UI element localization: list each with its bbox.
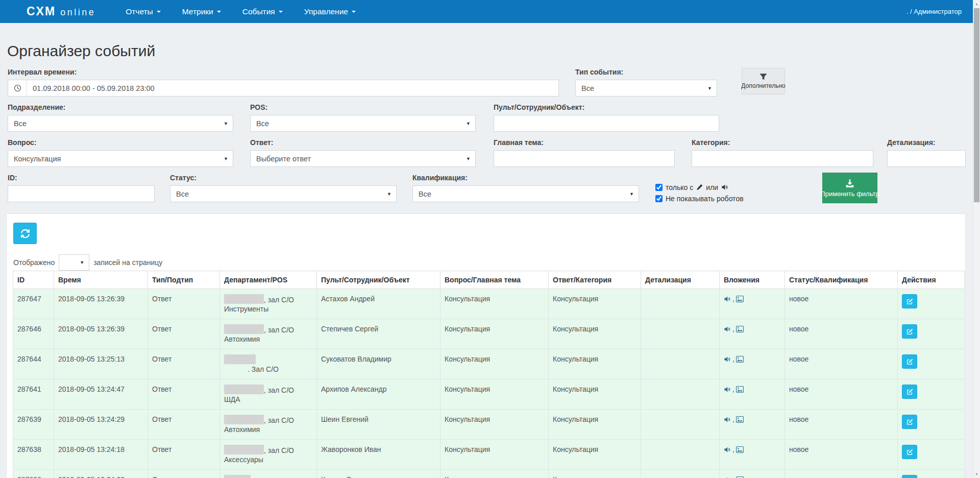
edit-button[interactable] (902, 475, 917, 478)
edit-button[interactable] (902, 415, 917, 429)
event-time: 2018-09-05 13:24:03 (58, 475, 125, 478)
image-attachment-icon[interactable] (736, 296, 744, 302)
event-time: 2018-09-05 13:24:18 (58, 445, 125, 453)
answer-select[interactable]: Выберите ответ ▼ (250, 150, 476, 167)
hide-robots-checkbox[interactable] (655, 195, 663, 202)
cell-type: Ответ (148, 440, 220, 470)
volume-icon (721, 184, 728, 190)
audio-attachment-icon[interactable] (724, 386, 731, 393)
menu-item-reports[interactable]: Отчеты (115, 0, 172, 23)
current-user-link[interactable]: . / Администратор (906, 8, 962, 15)
menu-item-label: События (242, 7, 275, 16)
audio-attachment-icon[interactable] (724, 476, 731, 478)
image-attachment-icon[interactable] (736, 356, 744, 363)
dept-line2: Аксессуары (224, 455, 312, 464)
event-type-select[interactable]: Все ▼ (575, 80, 717, 97)
dept-line1-text: , зал С/О (264, 446, 294, 455)
cell-type: Ответ (148, 470, 220, 478)
dept-line2: . Зал С/О (224, 365, 312, 374)
interval-label: Интервал времени: (8, 68, 559, 77)
app-logo[interactable]: CXM online (27, 5, 95, 18)
answer-category: Консультация (553, 475, 598, 478)
only-with-attachments-checkbox[interactable] (655, 184, 663, 191)
redacted-department-box (224, 385, 264, 394)
operator-name: Степичев Сергей (321, 325, 378, 333)
page-size-select[interactable]: ▼ (59, 254, 89, 271)
main-topic-input[interactable] (494, 150, 675, 167)
attachments: , (724, 445, 780, 454)
image-attachment-icon[interactable] (736, 446, 744, 453)
interval-input[interactable] (27, 80, 559, 97)
advanced-button-label: Дополнительно (741, 82, 785, 89)
detail-input[interactable] (887, 150, 966, 167)
filter-question: Вопрос: Консультация ▼ (8, 138, 233, 167)
table-row: 287647 2018-09-05 13:26:39 Ответ , зал С… (13, 289, 965, 319)
edit-button[interactable] (902, 445, 917, 459)
answer-category: Консультация (553, 295, 598, 303)
hide-robots-row: Не показывать роботов (655, 194, 744, 203)
cell-answer: Консультация (549, 319, 641, 349)
status-select[interactable]: Все ▼ (170, 185, 397, 202)
filter-operator: Пульт/Сотрудник/Объект: (494, 103, 719, 132)
event-time: 2018-09-05 13:26:39 (58, 325, 125, 333)
column-header: Вопрос/Главная тема (440, 271, 549, 289)
refresh-button[interactable] (13, 223, 37, 244)
select-caret-icon: ▼ (224, 156, 228, 161)
cell-actions (898, 440, 965, 470)
clock-addon[interactable] (8, 80, 27, 97)
filter-category: Категория: (692, 138, 873, 167)
operator-input[interactable] (494, 115, 719, 132)
audio-attachment-icon[interactable] (724, 416, 731, 423)
edit-button[interactable] (902, 324, 917, 339)
cell-status: новое (785, 470, 898, 478)
attachments: , (724, 354, 780, 364)
pos-select[interactable]: Все ▼ (250, 115, 476, 132)
category-input[interactable] (692, 150, 873, 167)
cell-actions (898, 410, 965, 440)
image-attachment-icon[interactable] (736, 386, 744, 393)
qualification-select[interactable]: Все ▼ (412, 185, 639, 202)
scroll-down-arrow[interactable]: ▼ (973, 470, 980, 478)
operator-name: Архипов Александр (321, 385, 387, 393)
edit-button[interactable] (902, 385, 917, 399)
edit-button[interactable] (902, 354, 917, 369)
menu-item-management[interactable]: Управление (293, 0, 366, 23)
division-select[interactable]: Все ▼ (8, 115, 233, 132)
menu-item-metrics[interactable]: Метрики (172, 0, 232, 23)
cell-question: Консультация (440, 440, 549, 470)
cell-attachments: , (720, 319, 785, 349)
question-topic: Консультация (445, 355, 490, 363)
page-content: Органайзер событий Интервал времени: Тип… (0, 23, 973, 478)
answer-category: Консультация (553, 355, 598, 363)
cell-time: 2018-09-05 13:26:39 (54, 289, 148, 319)
select-caret-icon: ▼ (80, 260, 84, 265)
image-attachment-icon[interactable] (736, 326, 744, 332)
filter-detail: Детализация: (887, 138, 966, 167)
audio-attachment-icon[interactable] (724, 446, 731, 453)
apply-filter-button[interactable]: Применить фильтр (822, 173, 877, 203)
image-attachment-icon[interactable] (736, 416, 744, 423)
id-input[interactable] (8, 185, 155, 202)
scroll-up-arrow[interactable]: ▲ (973, 0, 980, 8)
event-id: 287641 (17, 385, 41, 393)
advanced-filters-button[interactable]: Дополнительно (742, 68, 785, 94)
event-id: 287638 (17, 445, 41, 453)
audio-attachment-icon[interactable] (724, 356, 731, 363)
select-caret-icon: ▼ (707, 86, 712, 91)
app-scrollbar[interactable]: ▲ ▼ (973, 0, 980, 478)
scrollbar-thumb[interactable] (974, 8, 979, 202)
audio-attachment-icon[interactable] (724, 296, 731, 302)
filter-event-type: Тип события: Все ▼ (575, 68, 717, 97)
image-attachment-icon[interactable] (736, 476, 744, 478)
pos-label: POS: (250, 103, 476, 112)
status-value: Все (176, 190, 189, 198)
menu-item-events[interactable]: События (232, 0, 293, 23)
edit-button[interactable] (902, 294, 917, 308)
cell-attachments: , (720, 349, 785, 379)
cell-id: 287644 (13, 349, 54, 379)
question-select[interactable]: Консультация ▼ (8, 150, 233, 167)
operator-label: Пульт/Сотрудник/Объект: (494, 103, 719, 112)
audio-attachment-icon[interactable] (724, 326, 731, 332)
page-title: Органайзер событий (7, 42, 155, 60)
operator-name: Астахов Андрей (321, 295, 375, 303)
